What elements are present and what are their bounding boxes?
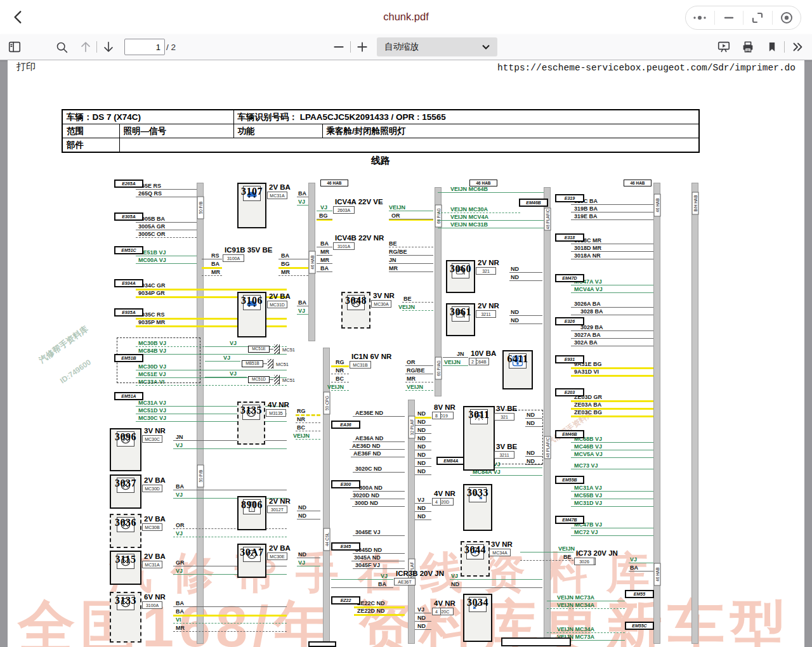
arrow-down-icon	[102, 40, 115, 54]
window-chrome: chunk.pdf	[0, 0, 812, 34]
source-url: https://escheme-servicebox.peugeot.com/S…	[497, 63, 796, 73]
bookmark-icon	[766, 41, 778, 53]
print-header-label: 打印	[16, 61, 36, 73]
record-icon	[780, 11, 794, 25]
minimize-button[interactable]	[714, 11, 743, 25]
presentation-mode-icon	[717, 40, 731, 54]
pdf-toolbar: / 2 自动缩放	[0, 34, 812, 60]
minimize-icon	[723, 11, 735, 24]
page-count-label: / 2	[166, 42, 176, 52]
arrow-up-icon	[79, 40, 93, 54]
search-icon	[55, 41, 69, 54]
sidebar-toggle-button[interactable]	[6, 39, 23, 55]
vehicle-cell: 车辆：DS 7 (X74C)	[62, 110, 233, 124]
zoom-select[interactable]: 自动缩放	[377, 37, 497, 56]
double-chevron-icon	[790, 40, 804, 54]
chevron-down-icon	[482, 44, 490, 49]
vehicle-info-table: 车辆：DS 7 (X74C) 车辆识别号码： LPAA5CJC5K2091433…	[62, 109, 700, 153]
print-button[interactable]	[740, 39, 756, 55]
zoom-in-icon	[356, 41, 369, 53]
bookmark-button[interactable]	[764, 39, 780, 55]
zoom-select-value: 自动缩放	[384, 41, 482, 53]
vin-cell: 车辆识别号码： LPAA5CJC5K2091433 / OPR : 15565	[233, 110, 699, 124]
expand-button[interactable]	[743, 11, 772, 25]
sidebar-toggle-icon	[8, 40, 22, 54]
section-title: 线路	[62, 155, 700, 167]
next-page-button[interactable]	[100, 39, 117, 55]
scope-value: 照明—信号	[119, 124, 233, 138]
function-value: 乘客舱/封闭舱照明灯	[322, 124, 699, 138]
previous-page-button[interactable]	[77, 39, 94, 55]
more-options-button[interactable]	[686, 11, 714, 25]
scope-label: 范围	[62, 124, 119, 138]
zoom-out-button[interactable]	[331, 39, 347, 55]
expand-icon	[751, 11, 764, 24]
window-controls	[685, 6, 801, 30]
record-button[interactable]	[772, 11, 801, 25]
presentation-mode-button[interactable]	[716, 39, 732, 55]
search-button[interactable]	[53, 39, 70, 55]
page-number-input[interactable]	[124, 39, 165, 55]
zoom-in-button[interactable]	[354, 39, 370, 55]
parts-value	[119, 138, 699, 153]
more-options-icon	[691, 15, 708, 21]
parts-label: 部件	[62, 138, 119, 153]
print-icon	[741, 40, 755, 54]
toolbar-more-button[interactable]	[789, 39, 806, 55]
zoom-out-icon	[332, 41, 345, 53]
function-label: 功能	[233, 124, 322, 138]
